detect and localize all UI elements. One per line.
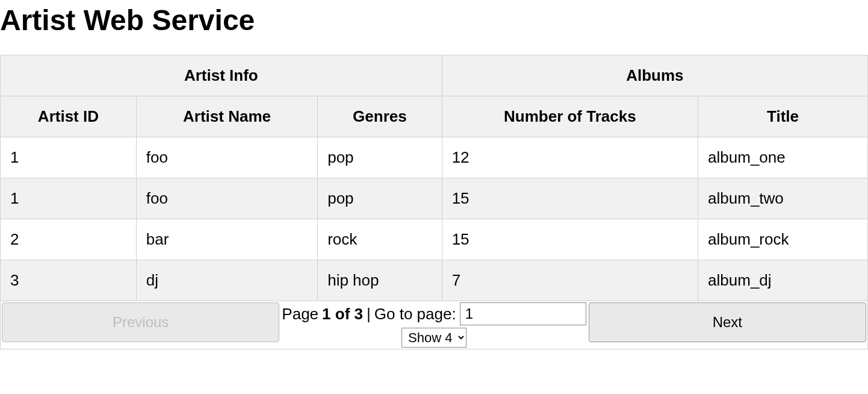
table-row: 1 foo pop 15 album_two <box>1 178 868 219</box>
page-current-total: 1 of 3 <box>322 305 363 324</box>
table-row: 2 bar rock 15 album_rock <box>1 219 868 260</box>
col-genres: Genres <box>318 96 442 137</box>
cell-title: album_two <box>698 178 868 219</box>
cell-genres: hip hop <box>318 260 442 301</box>
table-row: 1 foo pop 12 album_one <box>1 137 868 178</box>
col-artist-name: Artist Name <box>136 96 317 137</box>
pagination-center: Page 1 of 3 | Go to page: Show 4 <box>279 302 588 348</box>
cell-title: album_rock <box>698 219 868 260</box>
col-title: Title <box>698 96 868 137</box>
table-row: 3 dj hip hop 7 album_dj <box>1 260 868 301</box>
page-size-select[interactable]: Show 4 <box>401 328 467 348</box>
group-header-artist-info: Artist Info <box>1 55 442 96</box>
cell-artist-id: 1 <box>1 178 137 219</box>
cell-genres: rock <box>318 219 442 260</box>
cell-artist-name: bar <box>136 219 317 260</box>
cell-tracks: 12 <box>442 137 698 178</box>
artist-table: Artist Info Albums Artist ID Artist Name… <box>0 55 868 301</box>
goto-page-label: Go to page: <box>374 305 456 324</box>
cell-tracks: 15 <box>442 178 698 219</box>
col-artist-id: Artist ID <box>1 96 137 137</box>
cell-artist-name: foo <box>136 137 317 178</box>
cell-genres: pop <box>318 137 442 178</box>
cell-genres: pop <box>318 178 442 219</box>
cell-artist-id: 2 <box>1 219 137 260</box>
cell-artist-name: dj <box>136 260 317 301</box>
page-separator: | <box>367 305 371 324</box>
group-header-albums: Albums <box>442 55 867 96</box>
cell-tracks: 15 <box>442 219 698 260</box>
previous-button[interactable]: Previous <box>2 302 279 342</box>
cell-title: album_dj <box>698 260 868 301</box>
cell-artist-id: 1 <box>1 137 137 178</box>
page-label: Page <box>282 305 318 324</box>
cell-artist-name: foo <box>136 178 317 219</box>
goto-page-input[interactable] <box>460 302 586 325</box>
cell-tracks: 7 <box>442 260 698 301</box>
cell-artist-id: 3 <box>1 260 137 301</box>
col-number-of-tracks: Number of Tracks <box>442 96 698 137</box>
page-title: Artist Web Service <box>0 4 868 37</box>
pagination-bar: Previous Page 1 of 3 | Go to page: Show … <box>0 301 868 349</box>
next-button[interactable]: Next <box>589 302 866 342</box>
cell-title: album_one <box>698 137 868 178</box>
